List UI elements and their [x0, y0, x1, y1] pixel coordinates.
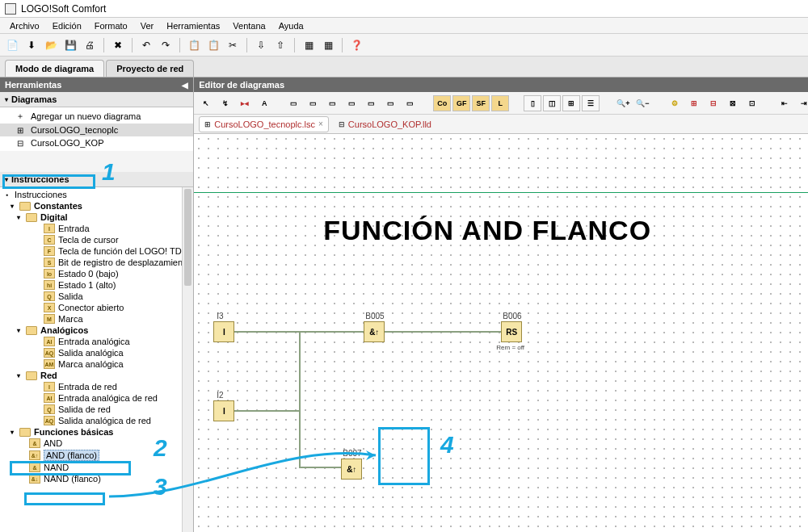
sf-button[interactable]: SF	[472, 95, 490, 111]
open-button[interactable]: 📂	[42, 36, 60, 54]
tree-item-entrada-red[interactable]: IEntrada de red	[0, 381, 193, 392]
block-b005[interactable]: &↑	[364, 321, 385, 342]
diagram-canvas[interactable]: FUNCIÓN AND FLANCO I3 I B005 &↑ B006 RS …	[194, 134, 808, 532]
cut-wire-tool[interactable]: ▸◂	[236, 95, 254, 111]
cut-button[interactable]: ✂	[224, 36, 242, 54]
tree-item-tecla-funcion[interactable]: FTecla de función del LOGO! TD	[0, 245, 193, 257]
download-button[interactable]: ⬇	[23, 36, 40, 54]
folder-icon	[19, 428, 31, 437]
tree-item-nand[interactable]: &NAND	[0, 462, 193, 473]
tree-item-marca[interactable]: MMarca	[0, 313, 193, 325]
block-b007[interactable]: &↑	[341, 459, 362, 480]
instruction-tree[interactable]: ▪Instrucciones ▾ Constantes ▾ Digital IE…	[0, 187, 193, 532]
block-tool-5[interactable]: ▭	[362, 95, 380, 111]
menu-edicion[interactable]: Edición	[46, 19, 88, 32]
sim-tool-4[interactable]: ⊠	[724, 95, 742, 111]
link-tool[interactable]: ↯	[217, 95, 234, 111]
menu-ventana[interactable]: Ventana	[226, 19, 271, 32]
text-tool[interactable]: A	[255, 95, 273, 111]
tree-item-salida-red[interactable]: QSalida de red	[0, 404, 193, 415]
close-button[interactable]: ✖	[109, 36, 127, 54]
tree-item-salida-analogica[interactable]: AQSalida analógica	[0, 347, 193, 358]
gf-button[interactable]: GF	[452, 95, 470, 111]
tree-analog[interactable]: ▾ Analógicos	[0, 325, 193, 336]
diagram-item-1[interactable]: ⊞ CursoLOGO_tecnoplc	[0, 124, 193, 136]
instructions-section-header[interactable]: ▾ Instrucciones	[0, 172, 193, 187]
tree-item-entrada-analogica[interactable]: AIEntrada analógica	[0, 336, 193, 347]
pointer-tool[interactable]: ↖	[197, 95, 215, 111]
layout-1-button[interactable]: ▯	[524, 95, 541, 111]
diagram-item-label: CursoLOGO_tecnoplc	[31, 125, 118, 135]
menu-herramientas[interactable]: Herramientas	[160, 19, 226, 32]
diagram-item-2[interactable]: ⊟ CursoLOGO_KOP	[0, 136, 193, 149]
block-b006[interactable]: RS	[501, 321, 522, 342]
block-tool-4[interactable]: ▭	[343, 95, 360, 111]
layout-2-button[interactable]: ◫	[543, 95, 561, 111]
block-tool-3[interactable]: ▭	[323, 95, 341, 111]
block-i2[interactable]: I	[213, 400, 234, 421]
print-button[interactable]: 🖨	[81, 36, 99, 54]
layout-4-button[interactable]: ☰	[582, 95, 600, 111]
tree-digital[interactable]: ▾ Digital	[0, 212, 193, 223]
block-tool-6[interactable]: ▭	[381, 95, 399, 111]
close-tab-icon[interactable]: ×	[318, 119, 323, 128]
block-tool-7[interactable]: ▭	[401, 95, 419, 111]
tree-item-and-flanco[interactable]: &↑AND (flanco)	[0, 449, 193, 462]
tree-item-tecla-cursor[interactable]: CTecla de cursor	[0, 234, 193, 245]
tools-panel-header[interactable]: Herramientas ◀	[0, 77, 193, 92]
tab-network-project[interactable]: Proyecto de red	[106, 60, 194, 77]
help-pointer-button[interactable]: ❓	[347, 36, 365, 54]
copy-button[interactable]: 📋	[185, 36, 203, 54]
co-button[interactable]: Co	[433, 95, 451, 111]
align-tool-1[interactable]: ⇤	[776, 95, 793, 111]
menu-ayuda[interactable]: Ayuda	[272, 19, 310, 32]
sim-tool-2[interactable]: ⊞	[685, 95, 703, 111]
app-icon	[5, 3, 16, 15]
tree-item-marca-analogica[interactable]: AMMarca analógica	[0, 358, 193, 370]
menu-archivo[interactable]: Archivo	[3, 19, 46, 32]
transfer-up-button[interactable]: ⇧	[271, 36, 289, 54]
tree-item-and[interactable]: &AND	[0, 438, 193, 449]
redo-button[interactable]: ↷	[157, 36, 175, 54]
collapse-left-icon[interactable]: ◀	[182, 81, 188, 90]
paste-button[interactable]: 📋	[204, 36, 222, 54]
add-diagram-item[interactable]: ＋ Agregar un nuevo diagrama	[0, 109, 193, 124]
l-button[interactable]: L	[491, 95, 509, 111]
sim-tool-3[interactable]: ⊟	[705, 95, 722, 111]
zoom-in-button[interactable]: 🔍+	[614, 95, 632, 111]
layout-3-button[interactable]: ⊞	[562, 95, 580, 111]
block-tool-2[interactable]: ▭	[304, 95, 322, 111]
block-i3[interactable]: I	[213, 321, 234, 342]
new-file-button[interactable]: 📄	[3, 36, 21, 54]
tree-basic-functions[interactable]: ▾ Funciones básicas	[0, 426, 193, 438]
undo-button[interactable]: ↶	[137, 36, 155, 54]
save-button[interactable]: 💾	[61, 36, 79, 54]
tab-diagram-mode[interactable]: Modo de diagrama	[5, 60, 104, 77]
tree-item-salida-analogica-red[interactable]: AQSalida analógica de red	[0, 415, 193, 426]
tree-item-salida[interactable]: QSalida	[0, 291, 193, 302]
tree-red[interactable]: ▾ Red	[0, 370, 193, 381]
sim-tool-5[interactable]: ⊡	[743, 95, 761, 111]
transfer-down-button[interactable]: ⇩	[252, 36, 270, 54]
tree-root[interactable]: ▪Instrucciones	[0, 189, 193, 200]
menu-ver[interactable]: Ver	[134, 19, 161, 32]
menu-formato[interactable]: Formato	[88, 19, 134, 32]
tree-item-entrada-analogica-red[interactable]: AIEntrada analógica de red	[0, 392, 193, 404]
tree-item-estado1[interactable]: hiEstado 1 (alto)	[0, 279, 193, 291]
tree-scrollbar[interactable]	[182, 187, 193, 532]
diagrams-section-header[interactable]: ▾ Diagramas	[0, 92, 193, 107]
block-tool-1[interactable]: ▭	[284, 95, 302, 111]
tree-item-nand-flanco[interactable]: &↓NAND (flanco)	[0, 473, 193, 484]
tree-item-bit-registro[interactable]: SBit de registro de desplazamiento	[0, 257, 193, 268]
tree-item-conector-abierto[interactable]: XConector abierto	[0, 302, 193, 313]
tree-item-entrada[interactable]: IEntrada	[0, 223, 193, 234]
tree-constants[interactable]: ▾ Constantes	[0, 200, 193, 212]
window2-button[interactable]: ▦	[319, 36, 337, 54]
tree-item-estado0[interactable]: loEstado 0 (bajo)	[0, 268, 193, 279]
file-tab-1[interactable]: ⊞ CursoLOGO_tecnoplc.lsc ×	[199, 116, 329, 132]
align-tool-2[interactable]: ⇥	[795, 95, 808, 111]
window1-button[interactable]: ▦	[300, 36, 318, 54]
file-tab-2[interactable]: ⊟ CursoLOGO_KOP.lld	[334, 117, 436, 132]
sim-tool-1[interactable]: ⚙	[666, 95, 684, 111]
zoom-out-button[interactable]: 🔍−	[633, 95, 651, 111]
